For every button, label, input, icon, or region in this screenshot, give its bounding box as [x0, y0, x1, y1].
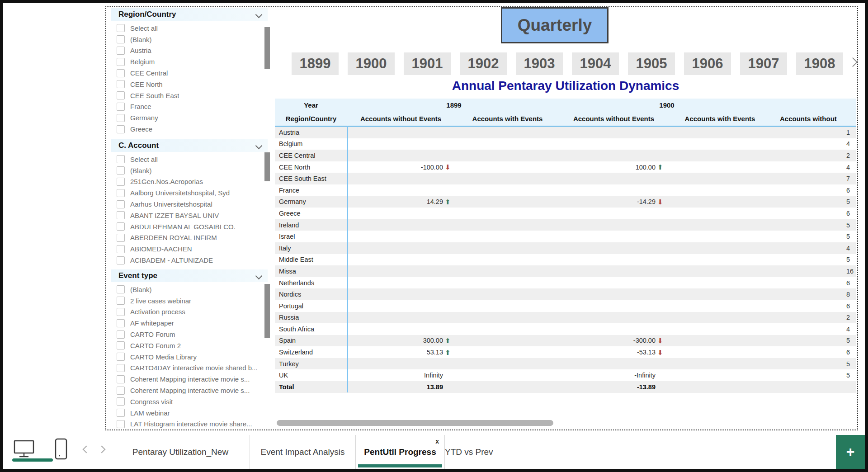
year-button[interactable]: 1901 — [404, 52, 451, 75]
checkbox[interactable] — [117, 35, 125, 43]
checkbox[interactable] — [117, 58, 125, 66]
checkbox[interactable] — [117, 125, 125, 133]
slicer-item[interactable]: CEE Central — [111, 67, 268, 79]
year-button[interactable]: 1900 — [348, 52, 395, 75]
slicer-item[interactable]: ABERDEEN ROYAL INFIRM — [111, 232, 268, 244]
slicer-item[interactable]: AF whitepaper — [111, 317, 268, 329]
slicer-item[interactable]: Austria — [111, 45, 268, 57]
checkbox[interactable] — [117, 222, 125, 231]
checkbox[interactable] — [117, 47, 125, 55]
checkbox[interactable] — [117, 297, 125, 305]
slicer-item[interactable]: 251Gen.Nos.Aeroporias — [111, 176, 268, 188]
checkbox[interactable] — [117, 166, 125, 175]
close-icon[interactable]: x — [435, 438, 439, 445]
checkbox[interactable] — [117, 114, 125, 122]
scrollbar-thumb[interactable] — [264, 152, 270, 181]
slicer-item[interactable]: ABANT IZZET BAYSAL UNIV — [111, 210, 268, 221]
checkbox[interactable] — [117, 200, 125, 208]
checkbox[interactable] — [117, 341, 125, 349]
slicer-item[interactable]: (Blank) — [111, 165, 268, 176]
checkbox[interactable] — [117, 397, 125, 406]
add-page-button[interactable]: + — [836, 435, 865, 469]
slicer-header-account[interactable]: C. Account — [111, 139, 268, 152]
checkbox[interactable] — [117, 330, 125, 339]
slicer-item[interactable]: CARTO4DAY interactive movie shared b... — [111, 363, 268, 374]
page-tab[interactable]: YTD vs Prev — [444, 435, 493, 469]
year-button[interactable]: 1907 — [740, 52, 787, 75]
slicer-item[interactable]: Congress visit — [111, 396, 268, 407]
page-tab[interactable]: PentUtil Progress x — [355, 435, 444, 469]
slicer-item[interactable]: CEE South East — [111, 90, 268, 101]
slicer-item[interactable]: Coherent Mapping interactive movie s... — [111, 373, 268, 385]
checkbox[interactable] — [117, 91, 125, 99]
kpi-arrow-icon — [657, 337, 666, 344]
checkbox[interactable] — [117, 319, 125, 327]
chevron-down-icon[interactable] — [255, 142, 263, 150]
cell-value: -14.29 — [637, 198, 656, 205]
slicer-header-region-country[interactable]: Region/Country — [111, 8, 268, 21]
chevron-down-icon[interactable] — [255, 273, 263, 280]
checkbox[interactable] — [117, 69, 125, 77]
checkbox[interactable] — [117, 234, 125, 242]
slicer-item[interactable]: Aalborg Universitetshospital, Syd — [111, 187, 268, 198]
slicer-item[interactable]: Coherent Mapping interactive movie s... — [111, 385, 268, 396]
checkbox[interactable] — [117, 308, 125, 316]
scrollbar-thumb[interactable] — [264, 27, 270, 69]
slicer-item[interactable]: Activation process — [111, 307, 268, 318]
year-button[interactable]: 1899 — [292, 52, 339, 75]
matrix-horizontal-scrollbar[interactable] — [277, 420, 553, 426]
checkbox[interactable] — [117, 420, 125, 428]
checkbox[interactable] — [117, 409, 125, 417]
year-button[interactable]: 1905 — [628, 52, 675, 75]
checkbox[interactable] — [117, 353, 125, 361]
year-button[interactable]: 1906 — [684, 52, 731, 75]
slicer-item[interactable]: Select all — [111, 154, 268, 165]
checkbox[interactable] — [117, 387, 125, 395]
slicer-item[interactable]: CARTO Forum — [111, 329, 268, 340]
mobile-view-icon[interactable] — [54, 438, 68, 461]
slicer-item[interactable]: (Blank) — [111, 34, 268, 45]
page-tab[interactable]: Event Impact Analysis — [250, 435, 355, 469]
checkbox[interactable] — [117, 80, 125, 88]
checkbox[interactable] — [117, 24, 125, 32]
slicer-item[interactable]: Greece — [111, 123, 268, 135]
checkbox[interactable] — [117, 256, 125, 264]
slicer-header-event-type[interactable]: Event type — [111, 269, 268, 282]
checkbox[interactable] — [117, 364, 125, 372]
desktop-view-icon[interactable] — [13, 439, 35, 458]
slicer-item[interactable]: LAT Histogram interactive movie share... — [111, 419, 268, 430]
checkbox[interactable] — [117, 178, 125, 186]
checkbox[interactable] — [117, 375, 125, 383]
slicer-item[interactable]: Aarhus Universitetshospital — [111, 198, 268, 210]
chevron-down-icon[interactable] — [255, 11, 263, 19]
checkbox[interactable] — [117, 245, 125, 253]
year-button[interactable]: 1902 — [460, 52, 507, 75]
year-button[interactable]: 1903 — [516, 52, 563, 75]
view-toggle-quarterly-button[interactable]: Quarterly — [501, 7, 609, 43]
slicer-item[interactable]: CEE North — [111, 79, 268, 90]
slicer-item[interactable]: Select all — [111, 23, 268, 34]
slicer-item[interactable]: ABIOMED-AACHEN — [111, 243, 268, 255]
previous-page-icon[interactable] — [83, 446, 90, 453]
year-button[interactable]: 1908 — [796, 52, 843, 75]
scrollbar-thumb[interactable] — [264, 284, 270, 338]
slicer-item[interactable]: CARTO Media Library — [111, 351, 268, 363]
checkbox[interactable] — [117, 285, 125, 293]
slicer-item[interactable]: Germany — [111, 112, 268, 123]
year-button[interactable]: 1904 — [572, 52, 619, 75]
slicer-item[interactable]: Belgium — [111, 56, 268, 67]
page-tab[interactable]: Pentaray Utilization_New — [111, 435, 250, 469]
checkbox[interactable] — [117, 189, 125, 197]
slicer-item[interactable]: France — [111, 101, 268, 113]
checkbox[interactable] — [117, 211, 125, 219]
next-page-icon[interactable] — [98, 446, 106, 453]
slicer-item[interactable]: CARTO Forum 2 — [111, 340, 268, 351]
slicer-item[interactable]: (Blank) — [111, 284, 268, 295]
checkbox[interactable] — [117, 103, 125, 111]
slicer-item-label: LAM webinar — [130, 409, 170, 417]
slicer-item[interactable]: ACIBADEM - ALTUNIZADE — [111, 255, 268, 266]
slicer-item[interactable]: 2 live cases webinar — [111, 295, 268, 307]
slicer-item[interactable]: LAM webinar — [111, 407, 268, 419]
checkbox[interactable] — [117, 155, 125, 163]
slicer-item[interactable]: ABDULREHMAN AL GOSAIBI CO. — [111, 221, 268, 232]
